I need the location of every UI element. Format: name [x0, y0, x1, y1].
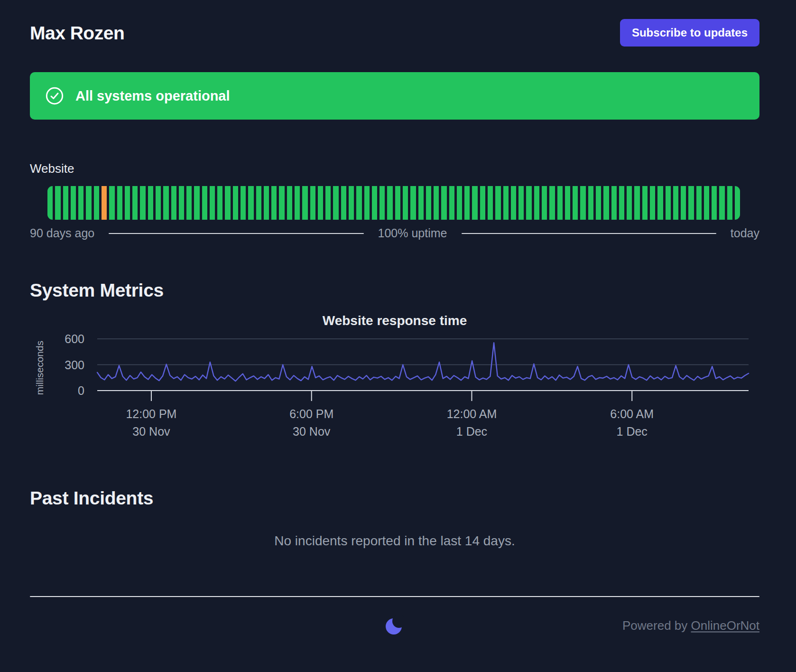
uptime-bar[interactable] [241, 186, 246, 220]
uptime-bar[interactable] [580, 186, 585, 220]
uptime-bar[interactable] [673, 186, 678, 220]
uptime-bar[interactable] [318, 186, 323, 220]
uptime-bar[interactable] [681, 186, 686, 220]
uptime-bar[interactable] [109, 186, 114, 220]
uptime-bar[interactable] [410, 186, 416, 220]
uptime-bar[interactable] [603, 186, 609, 220]
uptime-bar[interactable] [256, 186, 261, 220]
uptime-bar[interactable] [387, 186, 392, 220]
uptime-bar[interactable] [434, 186, 439, 220]
uptime-bar[interactable] [588, 186, 593, 220]
uptime-bar[interactable] [549, 186, 555, 220]
uptime-bar[interactable] [557, 186, 563, 220]
uptime-bar[interactable] [210, 186, 215, 220]
uptime-bar[interactable] [688, 186, 694, 220]
uptime-bar[interactable] [225, 186, 230, 220]
uptime-bar[interactable] [63, 186, 68, 220]
uptime-bar[interactable] [511, 186, 516, 220]
y-tick-label: 300 [65, 358, 84, 372]
subscribe-button[interactable]: Subscribe to updates [620, 19, 759, 47]
uptime-bar[interactable] [47, 186, 53, 220]
uptime-bar[interactable] [449, 186, 454, 220]
uptime-bar[interactable] [78, 186, 83, 220]
uptime-bar[interactable] [356, 186, 361, 220]
uptime-bar[interactable] [704, 186, 709, 220]
uptime-bar[interactable] [518, 186, 524, 220]
uptime-bar[interactable] [171, 186, 176, 220]
uptime-bar[interactable] [464, 186, 470, 220]
uptime-bar[interactable] [271, 186, 277, 220]
uptime-bar[interactable] [634, 186, 639, 220]
uptime-bar[interactable] [179, 186, 184, 220]
uptime-bar[interactable] [325, 186, 331, 220]
uptime-bar[interactable] [480, 186, 485, 220]
uptime-bar-degraded[interactable] [102, 186, 107, 220]
uptime-bar[interactable] [148, 186, 153, 220]
uptime-bar[interactable] [86, 186, 91, 220]
uptime-bar[interactable] [186, 186, 192, 220]
uptime-bar[interactable] [642, 186, 648, 220]
uptime-bar[interactable] [650, 186, 655, 220]
check-circle-icon [45, 86, 64, 105]
uptime-bar[interactable] [418, 186, 424, 220]
uptime-bar[interactable] [457, 186, 462, 220]
uptime-bar[interactable] [426, 186, 431, 220]
uptime-bar[interactable] [94, 186, 99, 220]
uptime-bar[interactable] [727, 186, 732, 220]
uptime-bar[interactable] [696, 186, 702, 220]
uptime-bar[interactable] [279, 186, 284, 220]
uptime-bar[interactable] [125, 186, 130, 220]
uptime-bar[interactable] [194, 186, 199, 220]
uptime-bar[interactable] [163, 186, 168, 220]
uptime-bar[interactable] [503, 186, 509, 220]
uptime-bar[interactable] [712, 186, 717, 220]
uptime-bar[interactable] [403, 186, 408, 220]
moon-icon [384, 615, 405, 636]
uptime-bar[interactable] [596, 186, 601, 220]
uptime-bar[interactable] [156, 186, 161, 220]
uptime-bar[interactable] [302, 186, 307, 220]
uptime-bar[interactable] [495, 186, 500, 220]
uptime-bar[interactable] [264, 186, 269, 220]
uptime-bar[interactable] [573, 186, 578, 220]
uptime-bar[interactable] [542, 186, 547, 220]
uptime-bar[interactable] [441, 186, 446, 220]
uptime-bar[interactable] [233, 186, 238, 220]
uptime-bar[interactable] [488, 186, 493, 220]
uptime-bar[interactable] [248, 186, 253, 220]
uptime-bar[interactable] [534, 186, 539, 220]
uptime-bar[interactable] [627, 186, 632, 220]
uptime-bar[interactable] [55, 186, 60, 220]
uptime-end-label: today [731, 226, 759, 240]
uptime-bar[interactable] [719, 186, 724, 220]
x-tick-date-label: 30 Nov [132, 425, 170, 438]
uptime-bar[interactable] [295, 186, 300, 220]
chart-title: Website response time [30, 313, 759, 328]
uptime-bar[interactable] [71, 186, 76, 220]
uptime-bar[interactable] [287, 186, 292, 220]
uptime-bar[interactable] [735, 186, 740, 220]
uptime-bar[interactable] [310, 186, 315, 220]
uptime-bar[interactable] [202, 186, 207, 220]
uptime-bar[interactable] [666, 186, 671, 220]
onlineornot-link[interactable]: OnlineOrNot [691, 618, 760, 633]
uptime-bar[interactable] [140, 186, 145, 220]
uptime-bar[interactable] [565, 186, 570, 220]
uptime-bar[interactable] [395, 186, 400, 220]
uptime-bar[interactable] [372, 186, 377, 220]
uptime-bar[interactable] [526, 186, 531, 220]
uptime-bar[interactable] [349, 186, 354, 220]
legend-divider-right [462, 233, 716, 234]
uptime-bar[interactable] [341, 186, 346, 220]
uptime-bar[interactable] [611, 186, 617, 220]
uptime-bar[interactable] [117, 186, 122, 220]
uptime-bar[interactable] [619, 186, 624, 220]
uptime-bar[interactable] [379, 186, 385, 220]
uptime-bar[interactable] [472, 186, 477, 220]
uptime-bar[interactable] [364, 186, 370, 220]
uptime-bar[interactable] [333, 186, 338, 220]
uptime-bar[interactable] [132, 186, 138, 220]
uptime-bar[interactable] [657, 186, 663, 220]
uptime-bar[interactable] [217, 186, 222, 220]
dark-mode-toggle[interactable] [384, 615, 405, 636]
